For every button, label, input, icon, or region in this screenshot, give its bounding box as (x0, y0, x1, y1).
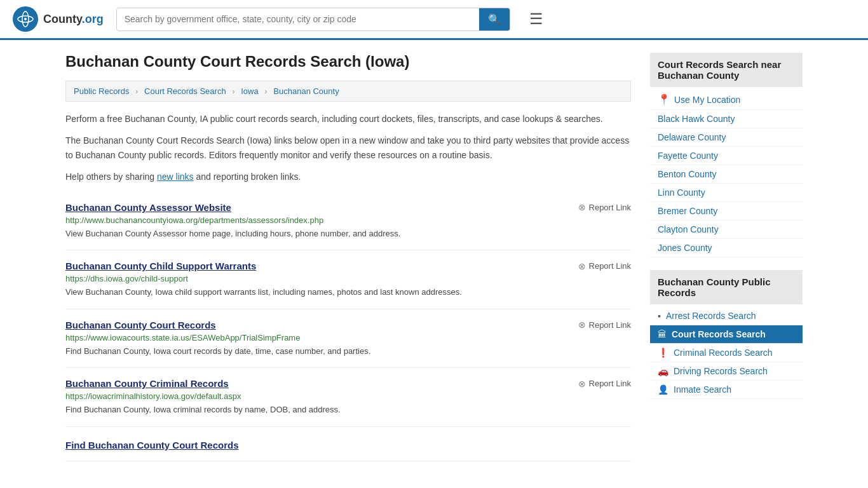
breadcrumb-sep-3: › (264, 86, 267, 96)
sidebar: Court Records Search near Buchanan Count… (650, 53, 803, 461)
nearby-county-item: Linn County (650, 184, 803, 202)
report-icon: ⊗ (578, 261, 586, 271)
record-title[interactable]: Buchanan County Assessor Website (65, 202, 231, 213)
breadcrumb-sep-2: › (232, 86, 234, 96)
record-desc: View Buchanan County Assessor home page,… (65, 227, 631, 240)
breadcrumb: Public Records › Court Records Search › … (65, 81, 631, 102)
report-icon: ⊗ (578, 202, 586, 212)
public-record-link[interactable]: Court Records Search (672, 329, 766, 339)
site-header: County.org 🔍 ☰ (0, 0, 868, 40)
search-button[interactable]: 🔍 (479, 8, 510, 30)
breadcrumb-sep-1: › (135, 86, 138, 96)
page-title: Buchanan County Court Records Search (Io… (65, 53, 631, 71)
svg-point-3 (24, 18, 27, 20)
nearby-county-link[interactable]: Linn County (658, 187, 705, 198)
record-desc: View Buchanan County, Iowa child support… (65, 286, 631, 299)
pr-icon: ▪ (658, 311, 661, 321)
nearby-counties: Black Hawk CountyDelaware CountyFayette … (650, 110, 803, 257)
use-location-link[interactable]: Use My Location (674, 95, 740, 105)
pr-icon: 🚗 (658, 366, 668, 376)
nearby-county-link[interactable]: Clayton County (658, 224, 719, 234)
report-link[interactable]: ⊗ Report Link (578, 261, 631, 271)
record-item-header: Buchanan County Court Records ⊗ Report L… (65, 320, 631, 330)
nearby-county-item: Black Hawk County (650, 110, 803, 128)
logo-text: County.org (43, 13, 104, 26)
description-1: Perform a free Buchanan County, IA publi… (65, 112, 631, 126)
public-record-item[interactable]: ▪ Arrest Records Search (650, 307, 803, 325)
public-record-link[interactable]: Driving Records Search (674, 366, 768, 376)
nearby-county-item: Clayton County (650, 220, 803, 239)
report-link[interactable]: ⊗ Report Link (578, 320, 631, 330)
breadcrumb-court-records[interactable]: Court Records Search (144, 86, 226, 96)
public-record-item[interactable]: 🏛 Court Records Search (650, 325, 803, 344)
breadcrumb-iowa[interactable]: Iowa (241, 86, 258, 96)
record-url[interactable]: https://www.iowacourts.state.ia.us/ESAWe… (65, 333, 631, 342)
record-item: Find Buchanan County Court Records (65, 427, 631, 461)
description-3-pre: Help others by sharing (65, 172, 157, 182)
report-icon: ⊗ (578, 379, 586, 389)
record-item: Buchanan County Criminal Records ⊗ Repor… (65, 368, 631, 427)
location-icon: 📍 (658, 93, 670, 105)
nearby-list: 📍 Use My Location Black Hawk CountyDelaw… (650, 90, 803, 257)
record-title[interactable]: Buchanan County Child Support Warrants (65, 261, 256, 271)
nearby-county-item: Fayette County (650, 147, 803, 165)
public-records-header: Buchanan County Public Records (650, 270, 803, 304)
menu-icon[interactable]: ☰ (529, 10, 543, 28)
public-record-link[interactable]: Criminal Records Search (674, 348, 773, 358)
record-url[interactable]: http://www.buchanancountyiowa.org/depart… (65, 215, 631, 225)
use-location-item[interactable]: 📍 Use My Location (650, 90, 803, 110)
main-container: Buchanan County Court Records Search (Io… (53, 40, 815, 474)
report-link[interactable]: ⊗ Report Link (578, 202, 631, 212)
nearby-county-item: Bremer County (650, 202, 803, 220)
find-court-records-title[interactable]: Find Buchanan County Court Records (65, 437, 631, 451)
nearby-county-link[interactable]: Black Hawk County (658, 114, 735, 124)
breadcrumb-public-records[interactable]: Public Records (74, 86, 129, 96)
nearby-section: Court Records Search near Buchanan Count… (650, 53, 803, 257)
record-list: Buchanan County Assessor Website ⊗ Repor… (65, 192, 631, 461)
search-bar: 🔍 (116, 8, 510, 31)
record-item: Buchanan County Child Support Warrants ⊗… (65, 250, 631, 309)
public-record-item[interactable]: ❗ Criminal Records Search (650, 344, 803, 362)
public-records-list: ▪ Arrest Records Search 🏛 Court Records … (650, 307, 803, 399)
content-area: Buchanan County Court Records Search (Io… (65, 53, 631, 461)
nearby-county-link[interactable]: Benton County (658, 169, 717, 179)
nearby-header: Court Records Search near Buchanan Count… (650, 53, 803, 87)
pr-icon: ❗ (658, 348, 668, 358)
report-icon: ⊗ (578, 320, 586, 330)
nearby-county-link[interactable]: Bremer County (658, 206, 717, 216)
record-item: Buchanan County Court Records ⊗ Report L… (65, 309, 631, 369)
nearby-county-link[interactable]: Fayette County (658, 151, 718, 161)
record-item: Buchanan County Assessor Website ⊗ Repor… (65, 192, 631, 251)
record-item-header: Buchanan County Child Support Warrants ⊗… (65, 261, 631, 271)
logo-tld: .org (82, 13, 104, 25)
record-url[interactable]: https://dhs.iowa.gov/child-support (65, 274, 631, 283)
public-records-section: Buchanan County Public Records ▪ Arrest … (650, 270, 803, 399)
public-record-item[interactable]: 👤 Inmate Search (650, 381, 803, 399)
pr-icon: 👤 (658, 384, 668, 395)
public-record-item[interactable]: 🚗 Driving Records Search (650, 362, 803, 381)
breadcrumb-buchanan[interactable]: Buchanan County (273, 86, 339, 96)
pr-icon: 🏛 (658, 329, 667, 339)
nearby-county-item: Delaware County (650, 128, 803, 147)
record-item-header: Buchanan County Assessor Website ⊗ Repor… (65, 202, 631, 213)
record-item-header: Buchanan County Criminal Records ⊗ Repor… (65, 378, 631, 389)
record-desc: Find Buchanan County, Iowa court records… (65, 345, 631, 358)
public-record-link[interactable]: Inmate Search (674, 384, 731, 395)
search-input[interactable] (117, 9, 479, 29)
description-2: The Buchanan County Court Records Search… (65, 133, 631, 162)
nearby-county-link[interactable]: Jones County (658, 243, 712, 253)
record-title[interactable]: Buchanan County Court Records (65, 320, 216, 330)
record-title[interactable]: Buchanan County Criminal Records (65, 378, 229, 389)
logo-icon (13, 6, 38, 32)
description-3: Help others by sharing new links and rep… (65, 170, 631, 184)
nearby-county-item: Benton County (650, 165, 803, 184)
new-links-link[interactable]: new links (157, 172, 194, 182)
report-link[interactable]: ⊗ Report Link (578, 379, 631, 389)
description-3-post: and reporting broken links. (194, 172, 301, 182)
record-desc: Find Buchanan County, Iowa criminal reco… (65, 403, 631, 416)
public-record-link[interactable]: Arrest Records Search (666, 311, 756, 321)
nearby-county-item: Jones County (650, 239, 803, 257)
logo-link[interactable]: County.org (13, 6, 104, 32)
record-url[interactable]: https://iowacriminalhistory.iowa.gov/def… (65, 391, 631, 401)
nearby-county-link[interactable]: Delaware County (658, 132, 726, 142)
